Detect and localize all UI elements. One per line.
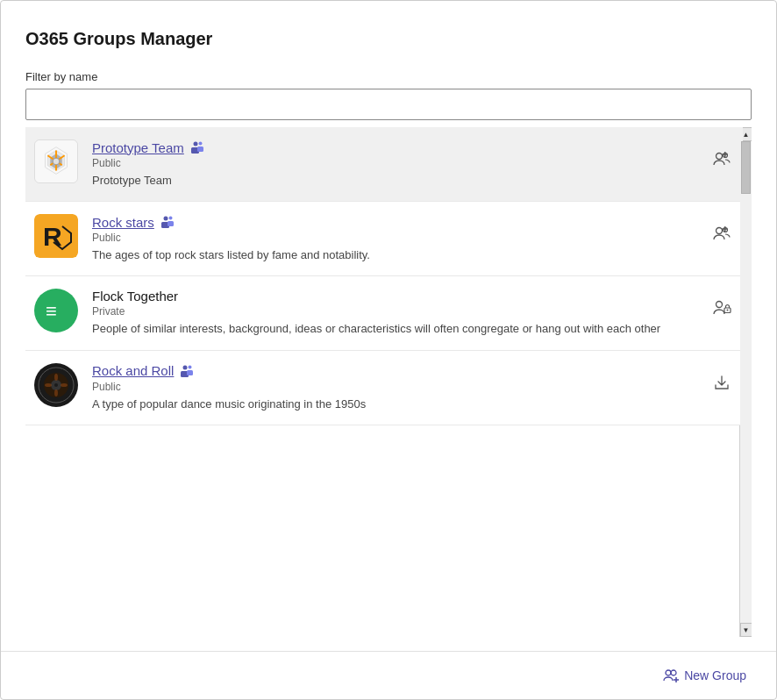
scroll-container: Prototype Team PublicPrototype Team R Ro… <box>25 127 752 637</box>
groups-list[interactable]: Prototype Team PublicPrototype Team R Ro… <box>25 127 746 637</box>
svg-point-38 <box>45 383 52 387</box>
svg-rect-15 <box>722 154 727 155</box>
svg-point-40 <box>183 365 188 369</box>
svg-rect-21 <box>168 221 174 226</box>
filter-input[interactable] <box>25 89 752 120</box>
svg-point-44 <box>666 670 671 675</box>
svg-point-18 <box>163 217 168 221</box>
teams-icon-rock-and-roll <box>179 363 195 379</box>
svg-point-35 <box>54 383 58 387</box>
scrollbar-track: ▲ ▼ <box>739 127 752 637</box>
svg-rect-43 <box>187 370 193 375</box>
group-action-prototype-team[interactable] <box>709 146 734 171</box>
page-title: O365 Groups Manager <box>25 29 752 49</box>
group-item-rock-and-roll[interactable]: Rock and Roll PublicA type of popular da… <box>25 351 743 425</box>
teams-icon-rock-stars <box>160 214 175 230</box>
svg-rect-11 <box>197 146 203 152</box>
group-desc-rock-stars: The ages of top rock stars listed by fam… <box>92 247 701 263</box>
group-privacy-prototype-team: Public <box>92 157 701 169</box>
scrollbar-thumb[interactable] <box>741 141 751 194</box>
svg-point-41 <box>189 365 192 368</box>
svg-point-36 <box>54 374 58 381</box>
group-item-rock-stars[interactable]: R Rock stars PublicThe ages of top rock … <box>25 202 743 276</box>
group-desc-flock-together: People of similar interests, background,… <box>92 321 701 337</box>
group-name-row-rock-stars: Rock stars <box>92 214 701 230</box>
group-privacy-rock-stars: Public <box>92 232 701 244</box>
scroll-down-arrow[interactable]: ▼ <box>740 623 752 637</box>
group-item-flock-together[interactable]: ≡ Flock TogetherPrivatePeople of similar… <box>25 276 743 350</box>
new-group-icon <box>663 668 679 683</box>
group-desc-prototype-team: Prototype Team <box>92 173 701 189</box>
new-group-button[interactable]: New Group <box>654 662 755 689</box>
filter-label: Filter by name <box>25 70 752 83</box>
group-action-rock-and-roll[interactable] <box>709 370 734 395</box>
svg-point-37 <box>54 389 58 396</box>
group-name-rock-and-roll[interactable]: Rock and Roll <box>92 363 174 378</box>
main-content: O365 Groups Manager Filter by name Proto… <box>1 1 776 651</box>
group-info-flock-together: Flock TogetherPrivatePeople of similar i… <box>92 289 701 337</box>
group-name-flock-together: Flock Together <box>92 289 178 304</box>
group-action-rock-stars[interactable] <box>709 221 734 246</box>
group-name-rock-stars[interactable]: Rock stars <box>92 215 154 230</box>
group-name-row-rock-and-roll: Rock and Roll <box>92 363 701 379</box>
teams-icon-prototype-team <box>189 139 205 155</box>
svg-point-12 <box>716 154 723 160</box>
group-info-rock-stars: Rock stars PublicThe ages of top rock st… <box>92 214 701 263</box>
group-avatar-flock-together: ≡ <box>34 289 78 332</box>
svg-point-22 <box>716 228 723 234</box>
scrollbar-body <box>740 141 752 623</box>
svg-rect-25 <box>722 228 727 230</box>
new-group-label: New Group <box>684 668 746 682</box>
group-name-row-prototype-team: Prototype Team <box>92 139 701 155</box>
svg-point-28 <box>716 302 723 308</box>
bottom-bar: New Group <box>1 651 776 699</box>
svg-point-19 <box>168 217 172 220</box>
group-privacy-flock-together: Private <box>92 305 701 318</box>
svg-point-7 <box>53 158 60 165</box>
svg-point-30 <box>727 310 729 311</box>
svg-point-45 <box>671 670 676 675</box>
group-info-prototype-team: Prototype Team PublicPrototype Team <box>92 139 701 189</box>
group-item-prototype-team[interactable]: Prototype Team PublicPrototype Team <box>25 127 743 202</box>
app-window: O365 Groups Manager Filter by name Proto… <box>0 0 777 700</box>
svg-point-39 <box>61 383 68 387</box>
group-name-row-flock-together: Flock Together <box>92 289 701 304</box>
group-avatar-rock-and-roll <box>34 363 78 407</box>
svg-point-8 <box>193 142 197 146</box>
group-avatar-rock-stars: R <box>34 214 78 258</box>
group-action-flock-together[interactable] <box>709 296 734 320</box>
svg-text:≡: ≡ <box>46 300 57 322</box>
group-info-rock-and-roll: Rock and Roll PublicA type of popular da… <box>92 363 701 412</box>
svg-point-9 <box>198 142 202 146</box>
group-avatar-prototype-team <box>34 139 78 183</box>
group-name-prototype-team[interactable]: Prototype Team <box>92 140 184 155</box>
group-privacy-rock-and-roll: Public <box>92 381 701 393</box>
group-desc-rock-and-roll: A type of popular dance music originatin… <box>92 396 701 412</box>
